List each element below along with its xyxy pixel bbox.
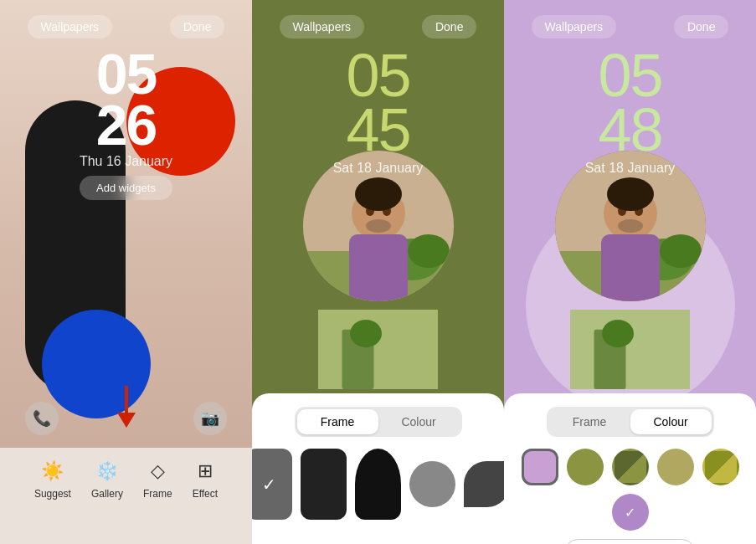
gallery-icon: ❄️ bbox=[95, 459, 119, 483]
frame-option-3[interactable] bbox=[355, 449, 401, 520]
panel3-clock: 05 48 Sat 18 January bbox=[585, 49, 676, 176]
panel2-frame-tab[interactable]: Frame bbox=[297, 409, 378, 434]
panel3-done-button[interactable]: Done bbox=[674, 15, 728, 38]
frame-option-2[interactable] bbox=[301, 449, 347, 520]
erase-background-button[interactable]: ✦ Erase background bbox=[564, 539, 696, 544]
svg-point-11 bbox=[366, 219, 391, 233]
color-swatch-tan[interactable] bbox=[657, 449, 694, 485]
panel1-done-button[interactable]: Done bbox=[170, 15, 224, 38]
gallery-toolbar-item[interactable]: ❄️ Gallery bbox=[91, 459, 123, 500]
frame-options bbox=[252, 449, 504, 520]
panel2-clock: 05 45 Sat 18 January bbox=[333, 49, 424, 176]
panel1-wallpapers-button[interactable]: Wallpapers bbox=[28, 15, 113, 38]
panel-colour: Wallpapers Done 05 48 Sat 18 January bbox=[504, 0, 756, 544]
suggest-icon: ☀️ bbox=[41, 459, 64, 483]
frame-label: Frame bbox=[143, 488, 172, 500]
frame-toolbar-item[interactable]: ◇ Frame bbox=[143, 459, 172, 500]
panel1-minute: 26 bbox=[80, 100, 172, 151]
effect-toolbar-item[interactable]: ⊞ Effect bbox=[193, 459, 218, 500]
camera-icon: 📷 bbox=[193, 402, 227, 435]
panel3-hour: 05 bbox=[585, 49, 676, 103]
panel3-scene-bottom bbox=[504, 310, 756, 389]
svg-point-27 bbox=[602, 320, 634, 347]
svg-marker-1 bbox=[117, 413, 136, 428]
effect-label: Effect bbox=[193, 488, 218, 500]
svg-rect-7 bbox=[349, 234, 408, 301]
panel1-clock: 05 26 Thu 16 January bbox=[80, 49, 172, 169]
frame-option-4[interactable] bbox=[409, 461, 455, 507]
panel1-hour: 05 bbox=[80, 49, 172, 100]
panel2-colour-tab[interactable]: Colour bbox=[378, 409, 460, 434]
svg-point-14 bbox=[350, 320, 382, 347]
red-arrow bbox=[114, 386, 139, 435]
svg-point-24 bbox=[618, 219, 643, 233]
panel3-wallpapers-button[interactable]: Wallpapers bbox=[532, 15, 617, 38]
color-swatch-purple[interactable]: ✓ bbox=[612, 494, 649, 531]
svg-rect-25 bbox=[570, 310, 690, 389]
panel2-wallpapers-button[interactable]: Wallpapers bbox=[280, 15, 365, 38]
effect-icon: ⊞ bbox=[193, 459, 217, 483]
panel2-date: Sat 18 January bbox=[333, 161, 424, 176]
panel2-scene-bottom bbox=[252, 310, 504, 389]
panel2-hour: 05 bbox=[333, 49, 424, 103]
svg-rect-20 bbox=[601, 234, 660, 301]
add-widgets-button[interactable]: Add widgets bbox=[80, 176, 172, 200]
bottom-toolbar: ☀️ Suggest ❄️ Gallery ◇ Frame ⊞ Effect bbox=[0, 448, 252, 544]
color-swatches: ✓ bbox=[517, 449, 743, 531]
svg-point-23 bbox=[607, 177, 654, 211]
panel2-minute: 45 bbox=[333, 103, 424, 157]
color-swatch-dark-olive[interactable] bbox=[612, 449, 649, 485]
panel1-date: Thu 16 January bbox=[80, 154, 172, 169]
panel2-done-button[interactable]: Done bbox=[422, 15, 476, 38]
svg-point-5 bbox=[408, 234, 450, 268]
panel2-bottom-sheet: Frame Colour bbox=[252, 393, 504, 544]
panel3-colour-tab[interactable]: Colour bbox=[630, 409, 712, 434]
frame-option-5[interactable] bbox=[464, 461, 504, 507]
frame-icon: ◇ bbox=[146, 459, 169, 483]
suggest-toolbar-item[interactable]: ☀️ Suggest bbox=[34, 459, 71, 500]
color-swatch-purple-light[interactable] bbox=[522, 449, 558, 485]
svg-rect-12 bbox=[318, 310, 438, 389]
frame-option-1[interactable] bbox=[252, 449, 292, 520]
suggest-label: Suggest bbox=[34, 488, 71, 500]
panel-wallpaper: Wallpapers Done 05 26 Thu 16 January Add… bbox=[0, 0, 252, 544]
color-swatch-olive[interactable] bbox=[567, 449, 604, 485]
panel3-date: Sat 18 January bbox=[585, 161, 676, 176]
panel3-bottom-sheet: Frame Colour ✓ ✦ Erase background bbox=[504, 393, 756, 544]
panel3-minute: 48 bbox=[585, 103, 676, 157]
svg-point-18 bbox=[660, 234, 702, 268]
panel3-tab-switcher: Frame Colour bbox=[547, 407, 714, 437]
svg-point-10 bbox=[355, 177, 402, 211]
panel-frame: Wallpapers Done 05 45 Sat 18 January bbox=[252, 0, 504, 544]
phone-icon: 📞 bbox=[25, 402, 59, 435]
color-swatch-yellow-green[interactable] bbox=[702, 449, 739, 485]
panel2-tab-switcher: Frame Colour bbox=[295, 407, 462, 437]
gallery-label: Gallery bbox=[91, 488, 123, 500]
panel3-frame-tab[interactable]: Frame bbox=[549, 409, 630, 434]
